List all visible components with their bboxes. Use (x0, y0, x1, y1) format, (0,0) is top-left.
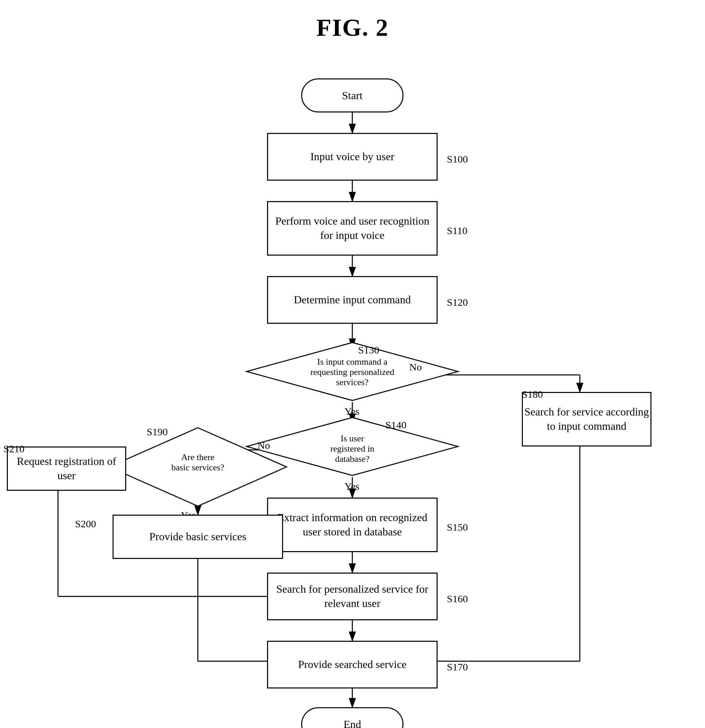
s210-box: Request registration of user (7, 446, 126, 491)
s110-box: Perform voice and user recognition for i… (267, 201, 437, 256)
svg-text:Is input command a: Is input command a (317, 357, 388, 367)
s160-box: Search for personalized service for rele… (267, 573, 437, 620)
s200-box: Provide basic services (113, 515, 283, 559)
svg-text:Are there: Are there (181, 452, 214, 462)
s200-label: S200 (75, 518, 96, 530)
s120-label: S120 (447, 296, 468, 308)
svg-text:basic services?: basic services? (171, 462, 224, 472)
svg-text:registered in: registered in (330, 444, 374, 454)
svg-text:Is user: Is user (341, 433, 364, 443)
s140-label: S140 (385, 419, 407, 431)
svg-text:services?: services? (336, 377, 368, 387)
s180-label: S180 (522, 389, 543, 400)
s190-label: S190 (147, 426, 168, 438)
svg-text:database?: database? (335, 454, 369, 464)
s210-label: S210 (3, 443, 25, 455)
s110-label: S110 (447, 225, 468, 237)
s170-box: Provide searched service (267, 641, 437, 689)
s170-label: S170 (447, 661, 468, 673)
s180-box: Search for service according to input co… (522, 392, 651, 446)
s100-label: S100 (447, 153, 468, 165)
svg-text:requesting personalized: requesting personalized (310, 367, 394, 377)
s120-box: Determine input command (267, 276, 437, 324)
end-node: End (301, 707, 404, 728)
s150-label: S150 (447, 521, 468, 533)
s130-label: S130 (358, 344, 379, 356)
s160-label: S160 (447, 593, 468, 605)
start-node: Start (301, 78, 404, 113)
s150-box: Extract information on recognized user s… (267, 498, 437, 552)
s100-box: Input voice by user (267, 133, 437, 181)
